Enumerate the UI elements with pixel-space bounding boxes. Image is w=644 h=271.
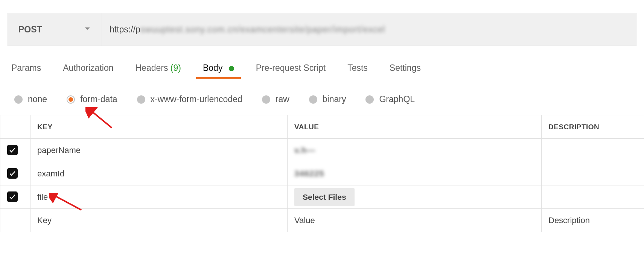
- new-description-input[interactable]: Description: [542, 209, 644, 232]
- method-label: POST: [18, 24, 42, 35]
- form-data-table: KEY VALUE DESCRIPTION paperName v.h— exa…: [0, 115, 644, 232]
- radio-label: none: [28, 94, 47, 104]
- radio-icon: [14, 95, 23, 104]
- url-prefix: https://p: [110, 24, 140, 35]
- url-input[interactable]: https://pswuuptest.sony.com.cn/examcente…: [102, 13, 636, 46]
- tab-body-label: Body: [203, 63, 222, 73]
- col-description-header[interactable]: DESCRIPTION: [542, 115, 644, 139]
- table-row: paperName v.h—: [0, 139, 644, 162]
- new-key-input[interactable]: Key: [30, 209, 288, 232]
- radio-label: raw: [276, 94, 289, 104]
- row-value[interactable]: 346225: [288, 162, 542, 185]
- radio-icon: [262, 95, 270, 104]
- radio-form-data[interactable]: form-data: [67, 94, 117, 104]
- tab-body[interactable]: Body: [203, 63, 234, 78]
- tab-headers-label: Headers: [135, 63, 168, 73]
- row-checkbox[interactable]: [7, 168, 18, 179]
- col-check: [0, 115, 30, 139]
- table-row: file Select Files: [0, 185, 644, 209]
- row-description[interactable]: [542, 139, 644, 162]
- radio-icon: [365, 95, 374, 104]
- radio-none[interactable]: none: [14, 94, 47, 104]
- tab-headers[interactable]: Headers (9): [135, 63, 181, 78]
- row-checkbox[interactable]: [7, 145, 18, 155]
- radio-binary[interactable]: binary: [309, 94, 346, 104]
- row-description[interactable]: [542, 185, 644, 209]
- radio-graphql[interactable]: GraphQL: [365, 94, 415, 104]
- row-description[interactable]: [542, 162, 644, 185]
- radio-x-www-form-urlencoded[interactable]: x-www-form-urlencoded: [137, 94, 242, 104]
- radio-icon: [309, 95, 317, 104]
- row-key[interactable]: examId: [30, 162, 288, 185]
- col-value-header[interactable]: VALUE: [288, 115, 542, 139]
- method-select[interactable]: POST: [8, 13, 102, 46]
- table-row: examId 346225: [0, 162, 644, 185]
- chevron-down-icon: [84, 24, 91, 35]
- new-value-input[interactable]: Value: [288, 209, 542, 232]
- body-active-dot-icon: [229, 66, 234, 71]
- headers-count: (9): [171, 63, 181, 73]
- row-value[interactable]: Select Files: [288, 185, 542, 209]
- tab-authorization[interactable]: Authorization: [63, 63, 113, 78]
- radio-label: GraphQL: [379, 94, 415, 104]
- row-key[interactable]: file: [30, 185, 288, 209]
- tab-params[interactable]: Params: [11, 63, 41, 78]
- radio-raw[interactable]: raw: [262, 94, 289, 104]
- radio-label: x-www-form-urlencoded: [151, 94, 242, 104]
- tab-pre-request[interactable]: Pre-request Script: [256, 63, 326, 78]
- tab-settings[interactable]: Settings: [390, 63, 421, 78]
- radio-icon: [137, 95, 145, 104]
- col-key-header[interactable]: KEY: [30, 115, 288, 139]
- radio-label: binary: [323, 94, 346, 104]
- request-tabs: Params Authorization Headers (9) Body Pr…: [8, 46, 636, 78]
- select-files-button[interactable]: Select Files: [294, 188, 355, 206]
- radio-label: form-data: [80, 94, 117, 104]
- row-value[interactable]: v.h—: [288, 139, 542, 162]
- row-key[interactable]: paperName: [30, 139, 288, 162]
- request-bar: POST https://pswuuptest.sony.com.cn/exam…: [8, 13, 636, 46]
- radio-icon: [67, 95, 75, 104]
- body-type-radios: none form-data x-www-form-urlencoded raw…: [8, 78, 636, 115]
- url-blurred: swuuptest.sony.com.cn/examcentersite/pap…: [140, 24, 385, 35]
- row-checkbox[interactable]: [7, 191, 18, 202]
- tab-tests[interactable]: Tests: [347, 63, 368, 78]
- table-row-new: Key Value Description: [0, 209, 644, 232]
